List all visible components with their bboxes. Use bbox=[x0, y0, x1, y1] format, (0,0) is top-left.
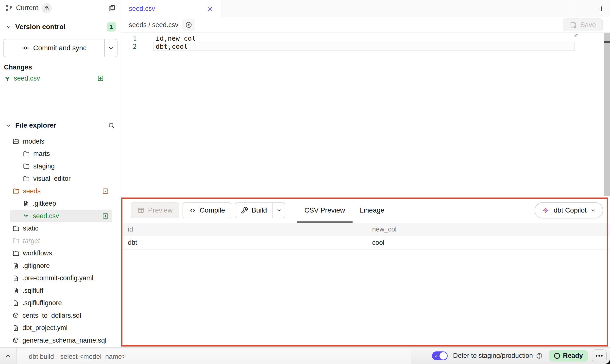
folder-icon bbox=[12, 237, 20, 245]
save-label: Save bbox=[580, 21, 596, 29]
file-name: target bbox=[23, 237, 40, 245]
compass-icon[interactable] bbox=[182, 19, 195, 31]
file-explorer-item--gitkeep[interactable]: .gitkeep bbox=[10, 198, 112, 210]
file-tree: modelsmartsstagingvisual_editorseeds.git… bbox=[0, 135, 121, 347]
preview-label: Preview bbox=[148, 206, 173, 214]
seedling-icon bbox=[4, 75, 11, 82]
more-options-button[interactable] bbox=[592, 349, 607, 362]
table-grid-icon bbox=[137, 207, 145, 214]
file-name: .pre-commit-config.yaml bbox=[22, 274, 93, 282]
copy-branch-icon[interactable] bbox=[108, 4, 116, 12]
breadcrumb-bar: seeds / seed.csv Save bbox=[121, 17, 610, 33]
expand-command-panel-icon[interactable] bbox=[0, 353, 16, 359]
build-button[interactable]: Build bbox=[235, 203, 272, 218]
csv-preview-table: id new_col dbt cool bbox=[121, 223, 610, 249]
file-explorer-item-cents-to-dollars-sql[interactable]: cents_to_dollars.sql bbox=[10, 309, 112, 322]
commit-options-dropdown[interactable] bbox=[104, 39, 117, 57]
file-explorer-item-models[interactable]: models bbox=[10, 135, 112, 148]
panel-tabs: CSV Preview Lineage bbox=[297, 201, 392, 219]
file-explorer-item-static[interactable]: static bbox=[10, 222, 112, 235]
branch-lock-chip bbox=[41, 3, 52, 13]
column-header: id bbox=[121, 223, 366, 236]
file-explorer-section: File explorer modelsmartsstagingvisual_e… bbox=[0, 116, 121, 347]
dbt-copilot-button[interactable]: dbt Copilot bbox=[535, 202, 603, 218]
tab-csv-preview[interactable]: CSV Preview bbox=[297, 201, 353, 219]
compile-button[interactable]: Compile bbox=[183, 202, 232, 218]
version-control-header[interactable]: Version control 1 bbox=[5, 21, 116, 33]
main-area: seed.csv seeds / seed.csv Save bbox=[121, 0, 610, 347]
new-tab-button[interactable] bbox=[597, 4, 607, 14]
file-explorer-item-generate-schema-name-sql[interactable]: generate_schema_name.sql bbox=[10, 334, 112, 347]
code-icon bbox=[189, 207, 196, 214]
cube-icon bbox=[12, 337, 19, 344]
search-icon[interactable] bbox=[108, 122, 115, 129]
file-explorer-item--gitignore[interactable]: .gitignore bbox=[10, 260, 112, 272]
editor-scrollbar-thumb[interactable] bbox=[604, 41, 610, 43]
chevron-down-icon bbox=[5, 122, 12, 129]
git-commit-icon bbox=[22, 44, 30, 52]
file-explorer-item--pre-commit-config-yaml[interactable]: .pre-commit-config.yaml bbox=[10, 272, 112, 285]
editor-line: 1 id,new_col bbox=[121, 34, 196, 42]
file-icon bbox=[12, 287, 19, 294]
commit-and-sync-label: Commit and sync bbox=[33, 44, 86, 52]
tab-seed-csv[interactable]: seed.csv bbox=[121, 0, 221, 17]
file-name: dbt_project.yml bbox=[22, 324, 68, 332]
bottom-panel: Preview Compile Build bbox=[121, 197, 610, 347]
file-name: workflows bbox=[23, 249, 52, 257]
status-label: Ready bbox=[563, 352, 583, 360]
file-icon bbox=[23, 200, 30, 207]
file-explorer-item-seed-csv[interactable]: seed.csv bbox=[10, 210, 112, 222]
file-explorer-item--sqlfluffignore[interactable]: .sqlfluffignore bbox=[10, 297, 112, 310]
file-explorer-item-workflows[interactable]: workflows bbox=[10, 247, 112, 260]
tab-lineage[interactable]: Lineage bbox=[353, 201, 392, 219]
file-icon bbox=[12, 262, 19, 269]
build-options-dropdown[interactable] bbox=[272, 203, 285, 218]
build-split-button[interactable]: Build bbox=[235, 202, 285, 218]
file-explorer-item-target[interactable]: target bbox=[10, 235, 112, 247]
wrench-icon bbox=[241, 207, 248, 214]
column-header: new_col bbox=[366, 223, 610, 236]
file-explorer-item-dbt-project-yml[interactable]: dbt_project.yml bbox=[10, 322, 112, 334]
command-input[interactable]: dbt build --select <model_name> bbox=[17, 349, 411, 364]
commit-and-sync-button[interactable]: Commit and sync bbox=[3, 39, 118, 57]
code-editor[interactable]: 1 id,new_col 2 dbt,cool bbox=[121, 33, 610, 197]
close-tab-icon[interactable] bbox=[207, 6, 213, 12]
folder-icon bbox=[12, 225, 20, 232]
defer-toggle[interactable] bbox=[432, 351, 448, 360]
branch-bar: Current bbox=[0, 0, 121, 16]
lock-icon bbox=[44, 5, 50, 11]
git-added-badge-icon bbox=[97, 75, 104, 82]
file-name: visual_editor bbox=[33, 175, 71, 182]
changes-heading: Changes bbox=[4, 64, 32, 71]
folder-open-icon bbox=[12, 138, 20, 145]
save-button[interactable]: Save bbox=[563, 18, 603, 31]
file-name: static bbox=[23, 225, 38, 232]
file-name: generate_schema_name.sql bbox=[22, 337, 106, 344]
file-explorer-item-marts[interactable]: marts bbox=[10, 148, 112, 160]
status-badge: Ready bbox=[549, 350, 588, 362]
table-cell: cool bbox=[366, 236, 610, 249]
file-icon bbox=[12, 300, 19, 307]
line-number: 1 bbox=[121, 35, 144, 42]
git-added-badge-icon bbox=[102, 212, 109, 220]
file-explorer-header[interactable]: File explorer bbox=[5, 119, 115, 132]
file-explorer-item--sqlfluff[interactable]: .sqlfluff bbox=[10, 284, 112, 297]
file-explorer-title: File explorer bbox=[15, 121, 56, 129]
compile-label: Compile bbox=[200, 206, 225, 214]
file-icon bbox=[12, 275, 19, 282]
file-name: marts bbox=[33, 150, 50, 158]
file-explorer-item-visual-editor[interactable]: visual_editor bbox=[10, 173, 112, 185]
breadcrumb: seeds / seed.csv bbox=[129, 21, 178, 29]
file-explorer-item-staging[interactable]: staging bbox=[10, 160, 112, 173]
folder-icon bbox=[12, 250, 20, 257]
file-explorer-item-seeds[interactable]: seeds bbox=[10, 185, 112, 198]
toggle-knob bbox=[440, 352, 447, 360]
changed-file-seed-csv[interactable]: seed.csv bbox=[4, 73, 118, 84]
help-icon[interactable] bbox=[536, 352, 543, 359]
folder-icon bbox=[23, 175, 30, 182]
save-floppy-icon bbox=[570, 21, 577, 29]
editor-scrollbar-track[interactable] bbox=[604, 33, 610, 196]
preview-button[interactable]: Preview bbox=[131, 202, 179, 218]
folder-open-icon bbox=[12, 187, 20, 195]
file-name: .gitkeep bbox=[33, 200, 56, 207]
